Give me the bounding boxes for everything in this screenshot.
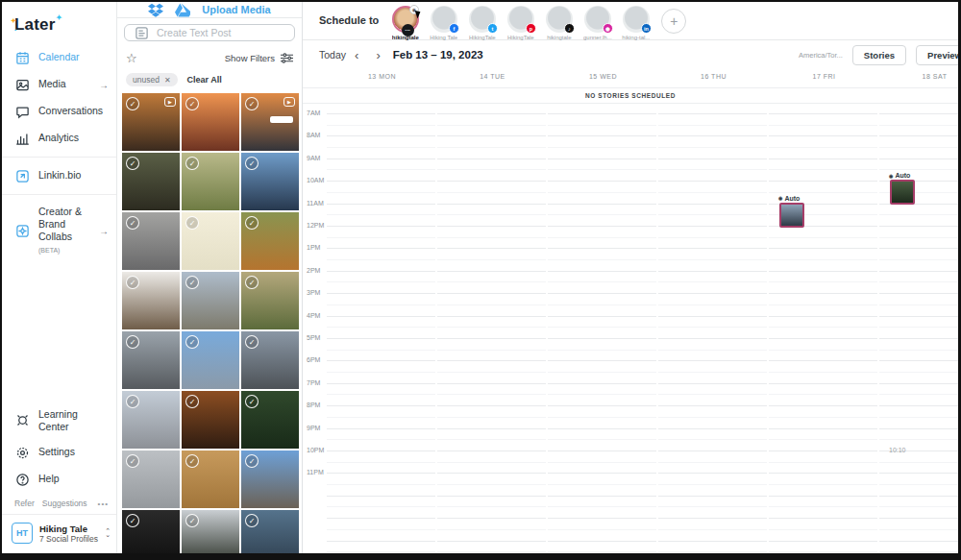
clear-all-button[interactable]: Clear All <box>187 75 222 85</box>
profile-avatar[interactable]: ◉••• <box>392 6 419 33</box>
profile-hiking-tale[interactable]: fHiking Tale <box>426 6 461 40</box>
preview-button[interactable]: Preview <box>916 45 958 65</box>
profile-hiking-tal-[interactable]: inhiking-tal... <box>618 6 653 40</box>
profile-avatar[interactable]: t <box>469 6 496 33</box>
timezone-label[interactable]: America/Tor... <box>799 51 843 60</box>
profile-gunner-lh-[interactable]: ◉gunner.lh... <box>579 6 615 40</box>
media-thumbnail[interactable]: ✓ <box>182 331 239 389</box>
media-thumbnail[interactable]: ✓ <box>122 272 180 329</box>
sidebar-item-calendar[interactable]: Calendar <box>2 44 116 71</box>
media-thumbnail[interactable]: ✓ <box>182 153 239 210</box>
profile-hikingtale[interactable]: pHikingTale <box>503 6 538 40</box>
profile-hikingtale[interactable]: ◉•••hikingtale <box>387 6 423 40</box>
selected-check-icon[interactable]: ✓ <box>245 276 259 289</box>
show-filters-button[interactable]: Show Filters <box>225 53 293 63</box>
selected-check-icon[interactable]: ✓ <box>245 97 259 110</box>
media-thumbnail[interactable]: ✓ <box>122 153 180 210</box>
media-thumbnail[interactable]: ✓ <box>182 391 239 449</box>
selected-check-icon[interactable]: ✓ <box>126 97 139 110</box>
media-thumbnail[interactable]: ✓ <box>182 510 239 553</box>
sidebar-item-collabs[interactable]: Creator & Brand Collabs (BETA)→ <box>2 200 116 262</box>
media-thumbnail[interactable]: ✓ <box>122 391 180 449</box>
media-thumbnail[interactable]: ✓ <box>241 510 299 553</box>
media-thumbnail[interactable]: ✓ <box>122 331 180 389</box>
account-switcher[interactable]: HT Hiking Tale 7 Social Profiles ⌃⌄ <box>2 514 116 553</box>
selected-check-icon[interactable]: ✓ <box>245 514 259 527</box>
star-icon[interactable]: ☆ <box>126 51 137 65</box>
filters-row: ☆ Show Filters <box>117 41 302 71</box>
selected-check-icon[interactable]: ✓ <box>185 216 199 230</box>
scheduled-post[interactable]: ◉Auto <box>778 194 811 228</box>
profile-avatar[interactable]: ◉ <box>584 6 611 33</box>
selected-check-icon[interactable]: ✓ <box>245 395 259 408</box>
sidebar-item-media[interactable]: Media→ <box>2 71 116 98</box>
selected-check-icon[interactable]: ✓ <box>126 276 139 289</box>
suggestions-link[interactable]: Suggestions <box>42 499 87 508</box>
post-thumbnail[interactable] <box>890 180 915 205</box>
media-icon <box>14 77 30 92</box>
selected-check-icon[interactable]: ✓ <box>185 335 199 349</box>
prev-week-button[interactable]: ‹ <box>346 48 367 62</box>
selected-check-icon[interactable]: ✓ <box>126 216 139 230</box>
selected-check-icon[interactable]: ✓ <box>185 395 199 408</box>
sidebar-item-analytics[interactable]: Analytics <box>2 125 116 152</box>
media-thumbnail[interactable]: ✓ <box>241 450 299 508</box>
week-grid[interactable]: 7AM8AM9AM10AM11AM12PM1PM2PM3PM4PM5PM6PM7… <box>303 104 958 553</box>
profile-avatar[interactable]: in <box>623 6 650 33</box>
sidebar-item-help[interactable]: Help <box>2 466 116 493</box>
upload-media-button[interactable]: Upload Media <box>202 4 271 15</box>
time-label: 8AM <box>307 132 320 138</box>
twitter-icon: t <box>487 23 498 34</box>
selected-check-icon[interactable]: ✓ <box>185 157 199 170</box>
refer-link[interactable]: Refer <box>14 499 35 508</box>
selected-check-icon[interactable]: ✓ <box>126 514 139 527</box>
media-thumbnail[interactable]: ✓ <box>241 212 299 270</box>
selected-check-icon[interactable]: ✓ <box>126 454 139 468</box>
sidebar-item-learning-center[interactable]: Learning Center <box>2 402 116 439</box>
next-week-button[interactable]: › <box>367 48 388 62</box>
media-thumbnail[interactable]: ✓ <box>122 510 180 553</box>
selected-check-icon[interactable]: ✓ <box>245 216 259 230</box>
create-text-post-input[interactable]: Create Text Post <box>124 24 295 41</box>
selected-check-icon[interactable]: ✓ <box>185 97 199 110</box>
sidebar-item-settings[interactable]: Settings <box>2 439 116 466</box>
selected-check-icon[interactable]: ✓ <box>185 514 199 527</box>
selected-check-icon[interactable]: ✓ <box>126 157 139 170</box>
sidebar-item-conversations[interactable]: Conversations <box>2 98 116 125</box>
media-thumbnail[interactable]: ✓ <box>122 212 180 270</box>
media-thumbnail[interactable]: ✓ <box>241 391 299 449</box>
media-thumbnail[interactable]: ✓ <box>241 153 299 210</box>
add-profile-button[interactable]: + <box>661 9 686 34</box>
profile-avatar[interactable]: ♪ <box>546 6 573 33</box>
stories-button[interactable]: Stories <box>852 45 906 65</box>
media-thumbnail[interactable]: ✓ <box>241 331 299 389</box>
sidebar-item-linkinbio[interactable]: Linkin.bio <box>2 162 116 189</box>
google-drive-icon[interactable] <box>175 2 190 17</box>
profile-avatar[interactable]: f <box>431 6 457 33</box>
selected-check-icon[interactable]: ✓ <box>185 454 199 468</box>
profile-hikingtale[interactable]: ♪hikingtale <box>541 6 577 40</box>
media-thumbnail[interactable]: ✓▶ <box>241 93 299 151</box>
selected-check-icon[interactable]: ✓ <box>126 395 139 408</box>
profile-hikingtale[interactable]: tHikingTale <box>464 6 500 40</box>
remove-filter-icon[interactable]: ✕ <box>164 76 171 85</box>
media-thumbnail[interactable]: ✓ <box>182 272 239 329</box>
media-thumbnail[interactable]: ✓ <box>182 450 239 508</box>
selected-check-icon[interactable]: ✓ <box>245 157 259 170</box>
today-button[interactable]: Today <box>319 49 346 61</box>
profile-avatar[interactable]: p <box>507 6 534 33</box>
media-thumbnail[interactable]: ✓ <box>182 212 239 270</box>
media-thumbnail[interactable]: ✓ <box>241 272 299 329</box>
post-thumbnail[interactable] <box>779 203 804 228</box>
media-thumbnail[interactable]: ✓ <box>122 450 180 508</box>
media-thumbnail[interactable]: ✓ <box>182 93 239 151</box>
dropbox-icon[interactable] <box>148 2 163 17</box>
scheduled-post[interactable]: ◉Auto <box>889 171 922 205</box>
selected-check-icon[interactable]: ✓ <box>126 335 139 349</box>
filter-chip-unused[interactable]: unused ✕ <box>126 73 178 86</box>
selected-check-icon[interactable]: ✓ <box>245 454 259 468</box>
selected-check-icon[interactable]: ✓ <box>185 276 199 289</box>
selected-check-icon[interactable]: ✓ <box>245 335 259 349</box>
more-icon[interactable]: ••• <box>98 499 109 508</box>
media-thumbnail[interactable]: ✓▶ <box>122 93 180 151</box>
